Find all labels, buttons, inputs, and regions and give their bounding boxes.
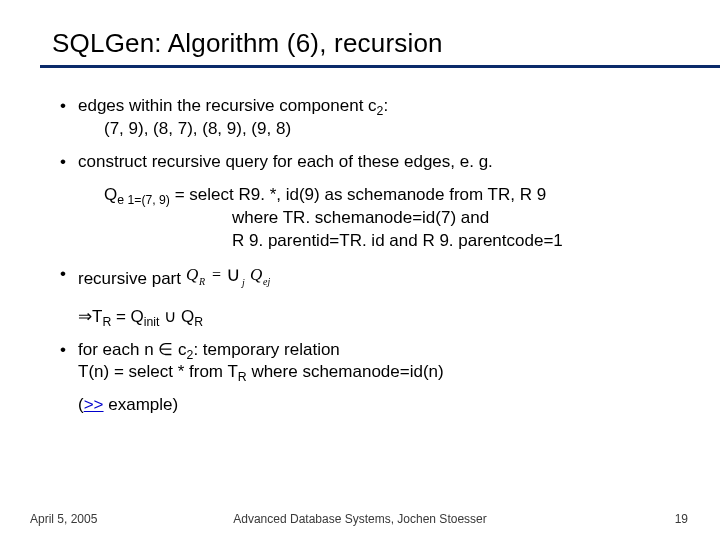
text: c [173,340,186,359]
bullet-edges: edges within the recursive component c2:… [60,95,672,141]
svg-text:∪: ∪ [226,263,241,285]
text: : temporary relation [193,340,339,359]
footer-title: Advanced Database Systems, Jochen Stoess… [233,512,486,526]
bullet-foreach: for each n ∈ c2: temporary relation T(n)… [60,339,672,385]
query-block: Qe 1=(7, 9) = select R9. *, id(9) as sch… [104,184,672,253]
q-sub: e 1=(7, 9) [117,193,170,207]
paren-close: example) [104,395,179,414]
text: : [383,96,388,115]
example-link-row: (>> example) [60,394,672,417]
bullet-recursive-part: recursive part Q R = ∪ j Q ej [60,263,672,296]
svg-text:Q: Q [250,265,262,284]
sub: R [194,315,203,329]
text: = Q [111,307,144,326]
text: edges within the recursive component c [78,96,377,115]
footer-date: April 5, 2005 [30,512,97,526]
sub: init [144,315,160,329]
query-line-1: select R9. *, id(9) as schemanode from T… [189,185,546,204]
eq: = [170,185,189,204]
text: T(n) = select * from T [78,362,238,381]
title-underline [40,65,720,68]
slide-title: SQLGen: Algorithm (6), recursion [52,28,672,59]
bullet-construct: construct recursive query for each of th… [60,151,672,174]
svg-text:ej: ej [263,276,270,287]
footer: April 5, 2005 Advanced Database Systems,… [0,512,720,526]
text: construct recursive query for each of th… [78,152,493,171]
text: ∪ Q [159,307,194,326]
sub: R [238,371,247,385]
svg-text:=: = [212,266,221,283]
edge-list: (7, 9), (8, 7), (8, 9), (9, 8) [104,118,291,141]
text: recursive part [78,269,186,288]
slide-number: 19 [675,512,688,526]
q-symbol: Q [104,185,117,204]
text: for each n [78,340,158,359]
query-line-3: R 9. parentid=TR. id and R 9. parentcode… [104,230,672,253]
slide-body: edges within the recursive component c2:… [60,95,672,417]
sub: R [102,315,111,329]
query-line-2: where TR. schemanode=id(7) and [104,207,672,230]
example-link[interactable]: >> [84,395,104,414]
element-of: ∈ [158,340,173,359]
text: T [92,307,102,326]
union-formula: Q R = ∪ j Q ej [186,263,296,296]
tr-definition: ⇒TR = Qinit ∪ QR [60,306,672,329]
text: where schemanode=id(n) [247,362,444,381]
arrow-icon: ⇒ [78,307,92,326]
svg-text:Q: Q [186,265,198,284]
svg-text:R: R [198,276,205,287]
